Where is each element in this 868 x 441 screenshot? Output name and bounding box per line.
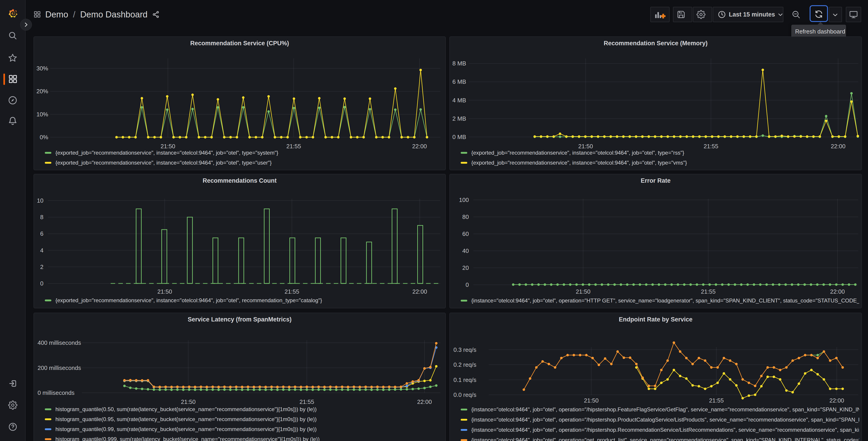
svg-text:21:55: 21:55 xyxy=(299,399,314,405)
svg-text:200 milliseconds: 200 milliseconds xyxy=(37,364,81,371)
svg-text:22:00: 22:00 xyxy=(830,288,845,295)
svg-text:21:50: 21:50 xyxy=(181,399,195,405)
svg-text:20%: 20% xyxy=(36,88,48,95)
svg-text:40: 40 xyxy=(462,247,469,254)
svg-text:21:50: 21:50 xyxy=(584,397,598,404)
svg-text:4 MB: 4 MB xyxy=(452,97,466,104)
svg-text:22:00: 22:00 xyxy=(829,397,844,404)
svg-text:0.0 req/s: 0.0 req/s xyxy=(454,391,476,398)
svg-text:30%: 30% xyxy=(36,65,48,72)
svg-text:0: 0 xyxy=(466,282,469,288)
svg-text:8: 8 xyxy=(40,214,43,220)
svg-text:21:55: 21:55 xyxy=(284,288,299,295)
svg-text:60: 60 xyxy=(462,231,469,237)
svg-text:20: 20 xyxy=(462,264,469,271)
svg-text:0.1 req/s: 0.1 req/s xyxy=(454,377,476,383)
svg-text:400 milliseconds: 400 milliseconds xyxy=(37,340,81,346)
svg-text:0.3 req/s: 0.3 req/s xyxy=(454,346,476,353)
svg-text:6 MB: 6 MB xyxy=(452,78,466,85)
svg-text:4: 4 xyxy=(40,247,43,254)
svg-text:22:00: 22:00 xyxy=(417,399,432,405)
svg-text:2 MB: 2 MB xyxy=(452,115,466,122)
svg-text:8 MB: 8 MB xyxy=(452,60,466,67)
svg-text:6: 6 xyxy=(40,230,43,237)
svg-text:22:00: 22:00 xyxy=(412,288,427,295)
svg-text:0 MB: 0 MB xyxy=(452,134,466,140)
svg-text:21:55: 21:55 xyxy=(709,397,724,404)
svg-text:80: 80 xyxy=(462,213,469,220)
svg-text:21:50: 21:50 xyxy=(157,288,172,295)
svg-text:10: 10 xyxy=(37,197,43,204)
svg-text:100: 100 xyxy=(459,197,469,203)
svg-text:10%: 10% xyxy=(36,111,48,118)
svg-text:0 milliseconds: 0 milliseconds xyxy=(37,389,74,396)
svg-text:0: 0 xyxy=(40,280,43,287)
svg-text:0.2 req/s: 0.2 req/s xyxy=(454,361,476,368)
svg-text:0%: 0% xyxy=(40,134,48,141)
svg-text:21:55: 21:55 xyxy=(701,288,715,295)
svg-text:21:50: 21:50 xyxy=(576,288,590,295)
svg-text:2: 2 xyxy=(40,264,43,270)
